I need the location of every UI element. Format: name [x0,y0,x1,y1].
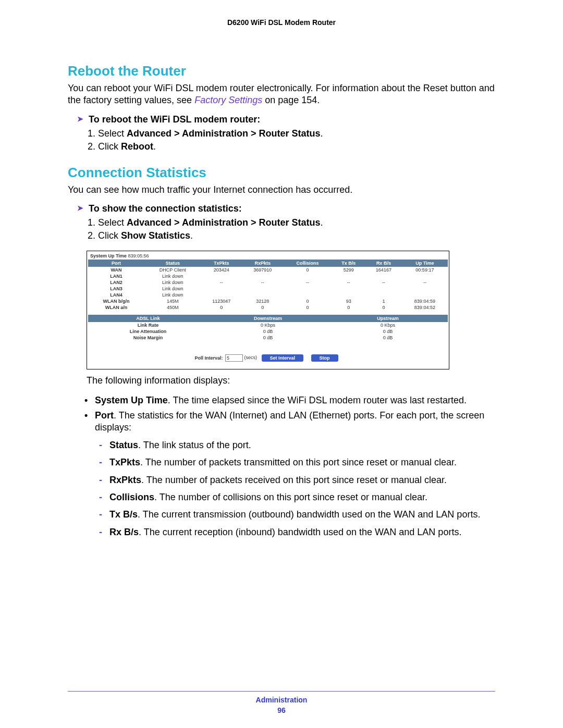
cell-tx [201,286,242,292]
crossref-factory-settings[interactable]: Factory Settings [194,95,262,105]
cell-rx: 32128 [242,298,283,304]
adsl-label: Noise Margin [88,335,208,341]
cell-rxbs [365,286,402,292]
section-connstats-intro: You can see how much traffic your Intern… [68,184,495,196]
proc-title: To show the connection statistics: [89,203,242,214]
th-txpkts: TxPkts [201,260,242,267]
definitions-list: System Up Time. The time elapsed since t… [68,394,495,539]
cell-coll: 0 [283,304,332,311]
def-text: . The number of packets transmitted on t… [140,457,457,467]
cell-port: LAN1 [88,273,144,279]
th-status: Status [144,260,201,267]
cell-status: Link down [144,292,201,298]
cell-up [402,286,448,292]
cell-status: Link down [144,273,201,279]
poll-interval-input[interactable]: 5 [225,354,243,362]
intro-text-b: on page 154. [262,95,320,105]
cell-port: LAN2 [88,279,144,286]
def-text: . The number of collisions on this port … [154,492,427,502]
def-text: . The link status of the port. [138,440,251,450]
set-interval-button[interactable]: Set Interval [262,354,304,362]
section-reboot-intro: You can reboot your WiFi DSL modem route… [68,82,495,107]
table-row: WANDHCP Client20342436979100529916416700… [88,267,448,273]
th-collisions: Collisions [283,260,332,267]
def-txbs: Tx B/s. The current transmission (outbou… [109,509,495,521]
adsl-up: 0 dB [328,328,448,335]
cell-txbs [332,286,365,292]
arrow-icon: ➤ [77,115,83,123]
cell-port: WLAN b/g/n [88,298,144,304]
table-row: LAN3Link down [88,286,448,292]
def-term: Port [95,410,114,421]
cell-rxbs [365,292,402,298]
table-row: LAN4Link down [88,292,448,298]
table-row: Link Rate0 Kbps0 Kbps [88,322,448,328]
def-rxbs: Rx B/s. The current reception (inbound) … [109,526,495,538]
adsl-up: 0 dB [328,335,448,341]
cell-up: 00:59:17 [402,267,448,273]
cell-port: WLAN a/n [88,304,144,311]
step-1: Select Advanced > Administration > Route… [98,128,495,139]
def-txpkts: TxPkts. The number of packets transmitte… [109,456,495,468]
cell-rxbs [365,273,402,279]
def-text: . The time elapsed since the WiFi DSL mo… [168,395,467,405]
cell-txbs: 5299 [332,267,365,273]
stop-button[interactable]: Stop [311,354,338,362]
th-port: Port [88,260,144,267]
def-text: . The number of packets received on this… [141,475,447,485]
def-term: Status [109,440,138,450]
cell-txbs: -- [332,279,365,286]
cell-tx: 0 [201,304,242,311]
uptime-label: System Up Time [90,253,128,258]
def-text: . The current transmission (outbound) ba… [138,509,480,520]
system-uptime: System Up Time 839:05:56 [88,252,448,260]
table-row: LAN1Link down [88,273,448,279]
cell-up: -- [402,279,448,286]
th-uptime: Up Time [402,260,448,267]
cell-coll [283,286,332,292]
steps-showstats: Select Advanced > Administration > Route… [87,217,495,241]
def-rxpkts: RxPkts. The number of packets received o… [109,474,495,486]
table-row: LAN2Link down------------ [88,279,448,286]
cell-port: LAN4 [88,292,144,298]
step-bold: Show Statistics [121,230,190,241]
cell-up [402,292,448,298]
def-port: Port. The statistics for the WAN (Intern… [95,410,495,538]
statistics-screenshot: System Up Time 839:05:56 Port Status TxP… [87,251,449,369]
procedure-showstats: ➤To show the connection statistics: [77,203,495,214]
cell-rx [242,286,283,292]
th-adsl-link: ADSL Link [88,315,208,322]
step-text: Click [98,230,121,241]
cell-coll [283,292,332,298]
def-term: Collisions [109,492,154,502]
step-2: Click Show Statistics. [98,230,495,241]
cell-rxbs: 0 [365,304,402,311]
def-text: . The current reception (inbound) bandwi… [139,527,461,537]
cell-coll [283,273,332,279]
adsl-label: Link Rate [88,322,208,328]
cell-rxbs: 1 [365,298,402,304]
doc-header: D6200 WiFi DSL Modem Router [68,18,495,27]
cell-status: 450M [144,304,201,311]
step-text: Select [98,128,127,139]
poll-controls: Poll Interval: 5 (secs) Set Interval Sto… [88,354,448,362]
defs-intro: The following information displays: [87,375,495,387]
step-bold: Advanced > Administration > Router Statu… [127,217,320,228]
cell-txbs [332,292,365,298]
cell-tx: -- [201,279,242,286]
def-term: Rx B/s [109,527,139,537]
def-term: System Up Time [95,395,168,405]
cell-up: 839:04:59 [402,298,448,304]
step-bold: Reboot [121,141,153,152]
steps-reboot: Select Advanced > Administration > Route… [87,128,495,152]
cell-status: 145M [144,298,201,304]
table-row: Noise Margin0 dB0 dB [88,335,448,341]
adsl-label: Line Attenuation [88,328,208,335]
footer-section: Administration [0,696,563,704]
cell-tx [201,292,242,298]
step-text: Select [98,217,127,228]
port-stats-table: Port Status TxPkts RxPkts Collisions Tx … [88,260,448,311]
step-text-end: . [153,141,156,152]
cell-rx: 3697910 [242,267,283,273]
cell-tx [201,273,242,279]
